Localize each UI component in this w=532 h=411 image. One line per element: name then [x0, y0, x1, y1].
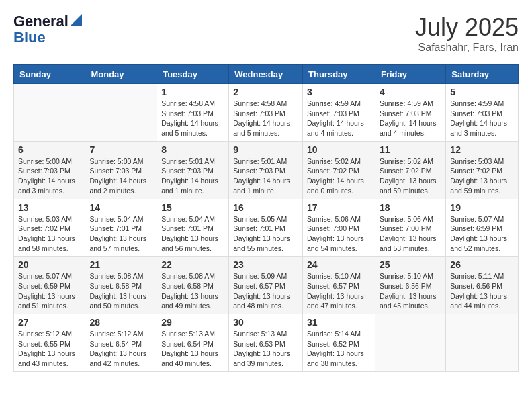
calendar-day-cell: 6Sunrise: 5:00 AM Sunset: 7:03 PM Daylig… [14, 141, 85, 199]
day-info: Sunrise: 5:06 AM Sunset: 7:00 PM Dayligh… [307, 214, 371, 254]
day-info: Sunrise: 5:05 AM Sunset: 7:01 PM Dayligh… [233, 214, 298, 254]
day-info: Sunrise: 5:03 AM Sunset: 7:02 PM Dayligh… [450, 156, 514, 196]
calendar-day-cell: 9Sunrise: 5:01 AM Sunset: 7:03 PM Daylig… [229, 141, 303, 199]
day-info: Sunrise: 4:59 AM Sunset: 7:03 PM Dayligh… [450, 99, 514, 138]
calendar-day-cell: 11Sunrise: 5:02 AM Sunset: 7:02 PM Dayli… [375, 141, 445, 199]
day-number: 2 [233, 87, 298, 97]
day-info: Sunrise: 5:11 AM Sunset: 6:56 PM Dayligh… [450, 271, 514, 311]
day-number: 10 [307, 144, 371, 155]
day-info: Sunrise: 5:10 AM Sunset: 6:56 PM Dayligh… [380, 271, 441, 311]
calendar-day-cell: 31Sunrise: 5:14 AM Sunset: 6:52 PM Dayli… [303, 314, 375, 372]
calendar-day-cell: 5Sunrise: 4:59 AM Sunset: 7:03 PM Daylig… [446, 84, 519, 142]
day-info: Sunrise: 4:58 AM Sunset: 7:03 PM Dayligh… [233, 99, 298, 138]
day-info: Sunrise: 5:10 AM Sunset: 6:57 PM Dayligh… [307, 271, 371, 311]
day-info: Sunrise: 4:59 AM Sunset: 7:03 PM Dayligh… [380, 99, 441, 138]
svg-marker-0 [70, 14, 82, 26]
weekday-header-sunday: Sunday [14, 65, 85, 84]
day-number: 21 [89, 259, 152, 270]
day-info: Sunrise: 5:04 AM Sunset: 7:01 PM Dayligh… [161, 214, 224, 254]
calendar-day-cell: 17Sunrise: 5:06 AM Sunset: 7:00 PM Dayli… [303, 199, 375, 257]
day-number: 15 [161, 202, 224, 213]
day-number: 28 [89, 317, 152, 328]
day-info: Sunrise: 5:12 AM Sunset: 6:54 PM Dayligh… [89, 329, 152, 369]
calendar-week-row: 27Sunrise: 5:12 AM Sunset: 6:55 PM Dayli… [14, 314, 519, 372]
day-info: Sunrise: 5:02 AM Sunset: 7:02 PM Dayligh… [380, 156, 441, 196]
calendar-week-row: 1Sunrise: 4:58 AM Sunset: 7:03 PM Daylig… [14, 84, 519, 142]
day-number: 22 [161, 259, 224, 270]
day-number: 12 [450, 144, 514, 155]
calendar-day-cell: 21Sunrise: 5:08 AM Sunset: 6:58 PM Dayli… [85, 257, 157, 314]
day-info: Sunrise: 5:01 AM Sunset: 7:03 PM Dayligh… [233, 156, 298, 196]
day-info: Sunrise: 5:07 AM Sunset: 6:59 PM Dayligh… [450, 214, 514, 254]
calendar-day-cell [14, 84, 85, 142]
day-info: Sunrise: 5:01 AM Sunset: 7:03 PM Dayligh… [161, 156, 224, 196]
calendar-week-row: 13Sunrise: 5:03 AM Sunset: 7:02 PM Dayli… [14, 199, 519, 257]
day-number: 5 [450, 87, 514, 97]
day-number: 8 [161, 144, 224, 155]
logo-general: General [13, 13, 69, 30]
weekday-header-tuesday: Tuesday [157, 65, 229, 84]
calendar-day-cell: 26Sunrise: 5:11 AM Sunset: 6:56 PM Dayli… [446, 257, 519, 314]
calendar-day-cell: 29Sunrise: 5:13 AM Sunset: 6:54 PM Dayli… [157, 314, 229, 372]
title-month-year: July 2025 [415, 13, 519, 42]
calendar-day-cell: 23Sunrise: 5:09 AM Sunset: 6:57 PM Dayli… [229, 257, 303, 314]
calendar-day-cell: 15Sunrise: 5:04 AM Sunset: 7:01 PM Dayli… [157, 199, 229, 257]
day-number: 6 [18, 144, 81, 155]
day-info: Sunrise: 5:08 AM Sunset: 6:58 PM Dayligh… [89, 271, 152, 311]
calendar-day-cell [446, 314, 519, 372]
day-number: 13 [18, 202, 81, 213]
logo-blue: Blue [13, 30, 46, 46]
calendar-day-cell [85, 84, 157, 142]
calendar-week-row: 6Sunrise: 5:00 AM Sunset: 7:03 PM Daylig… [14, 141, 519, 199]
day-number: 11 [380, 144, 441, 155]
calendar-day-cell: 20Sunrise: 5:07 AM Sunset: 6:59 PM Dayli… [14, 257, 85, 314]
day-info: Sunrise: 5:12 AM Sunset: 6:55 PM Dayligh… [18, 329, 81, 369]
day-info: Sunrise: 5:13 AM Sunset: 6:54 PM Dayligh… [161, 329, 224, 369]
day-info: Sunrise: 4:59 AM Sunset: 7:03 PM Dayligh… [307, 99, 371, 138]
day-info: Sunrise: 5:09 AM Sunset: 6:57 PM Dayligh… [233, 271, 298, 311]
day-number: 26 [450, 259, 514, 270]
calendar-day-cell: 24Sunrise: 5:10 AM Sunset: 6:57 PM Dayli… [303, 257, 375, 314]
calendar-day-cell: 25Sunrise: 5:10 AM Sunset: 6:56 PM Dayli… [375, 257, 445, 314]
day-info: Sunrise: 5:04 AM Sunset: 7:01 PM Dayligh… [89, 214, 152, 254]
calendar-header-row: SundayMondayTuesdayWednesdayThursdayFrid… [14, 65, 519, 84]
calendar-week-row: 20Sunrise: 5:07 AM Sunset: 6:59 PM Dayli… [14, 257, 519, 314]
day-number: 24 [307, 259, 371, 270]
calendar-day-cell: 16Sunrise: 5:05 AM Sunset: 7:01 PM Dayli… [229, 199, 303, 257]
calendar-day-cell: 3Sunrise: 4:59 AM Sunset: 7:03 PM Daylig… [303, 84, 375, 142]
day-number: 20 [18, 259, 81, 270]
calendar-day-cell [375, 314, 445, 372]
day-number: 25 [380, 259, 441, 270]
day-number: 27 [18, 317, 81, 328]
day-number: 31 [307, 317, 371, 328]
day-number: 1 [161, 87, 224, 97]
weekday-header-monday: Monday [85, 65, 157, 84]
day-info: Sunrise: 5:13 AM Sunset: 6:53 PM Dayligh… [233, 329, 298, 369]
day-info: Sunrise: 5:14 AM Sunset: 6:52 PM Dayligh… [307, 329, 371, 369]
calendar-table: SundayMondayTuesdayWednesdayThursdayFrid… [13, 64, 519, 372]
calendar-day-cell: 22Sunrise: 5:08 AM Sunset: 6:58 PM Dayli… [157, 257, 229, 314]
weekday-header-saturday: Saturday [446, 65, 519, 84]
day-number: 4 [380, 87, 441, 97]
weekday-header-friday: Friday [375, 65, 445, 84]
day-info: Sunrise: 5:03 AM Sunset: 7:02 PM Dayligh… [18, 214, 81, 254]
day-info: Sunrise: 5:07 AM Sunset: 6:59 PM Dayligh… [18, 271, 81, 311]
logo: General Blue [13, 13, 82, 46]
calendar-day-cell: 1Sunrise: 4:58 AM Sunset: 7:03 PM Daylig… [157, 84, 229, 142]
title-location: Safashahr, Fars, Iran [415, 42, 519, 54]
day-number: 14 [89, 202, 152, 213]
weekday-header-thursday: Thursday [303, 65, 375, 84]
day-number: 9 [233, 144, 298, 155]
day-number: 19 [450, 202, 514, 213]
calendar-day-cell: 13Sunrise: 5:03 AM Sunset: 7:02 PM Dayli… [14, 199, 85, 257]
weekday-header-wednesday: Wednesday [229, 65, 303, 84]
calendar-day-cell: 2Sunrise: 4:58 AM Sunset: 7:03 PM Daylig… [229, 84, 303, 142]
day-number: 23 [233, 259, 298, 270]
calendar-day-cell: 27Sunrise: 5:12 AM Sunset: 6:55 PM Dayli… [14, 314, 85, 372]
title-block: July 2025 Safashahr, Fars, Iran [415, 13, 519, 54]
day-info: Sunrise: 5:00 AM Sunset: 7:03 PM Dayligh… [89, 156, 152, 196]
day-number: 30 [233, 317, 298, 328]
day-number: 29 [161, 317, 224, 328]
day-info: Sunrise: 5:00 AM Sunset: 7:03 PM Dayligh… [18, 156, 81, 196]
day-number: 3 [307, 87, 371, 97]
